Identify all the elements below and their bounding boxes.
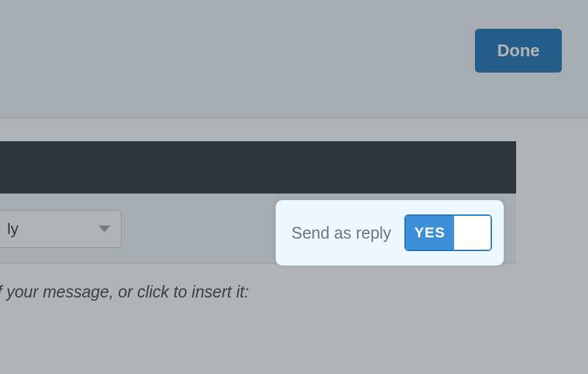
send-as-reply-toggle[interactable]: YES <box>404 214 492 251</box>
toggle-yes-label: YES <box>406 216 454 250</box>
panel-header <box>0 141 516 194</box>
toggle-thumb <box>454 216 491 250</box>
reply-type-dropdown[interactable]: ly <box>0 210 122 248</box>
chevron-down-icon <box>99 226 110 232</box>
done-button[interactable]: Done <box>475 29 562 73</box>
dropdown-label: ly <box>7 220 18 238</box>
hint-text: f your message, or click to insert it: <box>0 282 249 301</box>
send-as-reply-label: Send as reply <box>291 224 391 243</box>
send-as-reply-callout: Send as reply YES <box>276 200 504 265</box>
